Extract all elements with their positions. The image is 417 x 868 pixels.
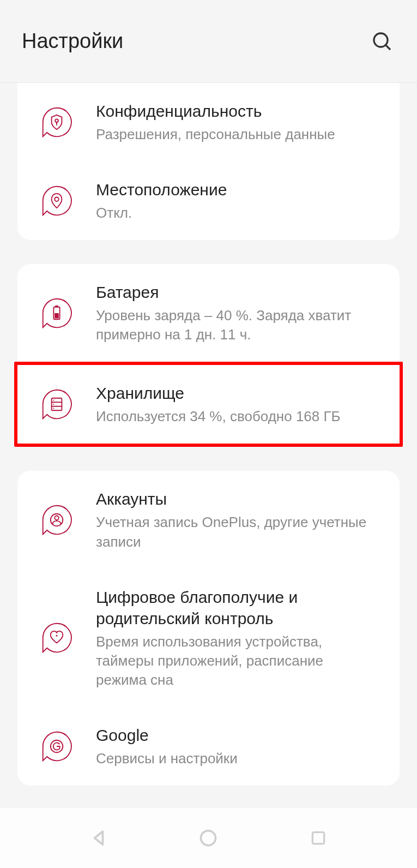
highlight-box: Хранилище Используется 34 %, свободно 16… xyxy=(14,362,403,447)
settings-item-wellbeing[interactable]: Цифровое благополучие и родительский кон… xyxy=(17,569,400,707)
item-text: Хранилище Используется 34 %, свободно 16… xyxy=(96,382,378,426)
settings-item-google[interactable]: Google Сервисы и настройки xyxy=(17,707,400,786)
item-text: Местоположение Откл. xyxy=(96,179,378,223)
nav-back-button[interactable] xyxy=(83,823,114,853)
item-text: Цифровое благополучие и родительский кон… xyxy=(96,586,378,690)
item-text: Конфиденциальность Разрешения, персональ… xyxy=(96,100,378,144)
settings-item-privacy[interactable]: Конфиденциальность Разрешения, персональ… xyxy=(17,83,400,161)
location-pin-icon xyxy=(39,183,74,218)
storage-icon xyxy=(39,387,74,422)
item-title: Цифровое благополучие и родительский кон… xyxy=(96,586,378,629)
search-button[interactable] xyxy=(369,28,395,55)
settings-group: Конфиденциальность Разрешения, персональ… xyxy=(17,83,400,240)
settings-content: Конфиденциальность Разрешения, персональ… xyxy=(0,83,417,786)
item-title: Аккаунты xyxy=(96,488,378,510)
svg-line-1 xyxy=(386,45,390,49)
google-g-icon xyxy=(39,729,74,764)
heart-icon xyxy=(39,620,74,655)
square-recent-icon xyxy=(310,829,327,847)
item-title: Местоположение xyxy=(96,179,378,200)
svg-point-15 xyxy=(55,516,59,520)
page-title: Настройки xyxy=(22,29,123,53)
svg-point-12 xyxy=(53,404,54,405)
item-text: Аккаунты Учетная запись OnePlus, другие … xyxy=(96,488,378,551)
item-text: Батарея Уровень заряда – 40 %. Заряда хв… xyxy=(96,282,378,344)
svg-point-2 xyxy=(55,119,58,122)
settings-group: Аккаунты Учетная запись OnePlus, другие … xyxy=(17,471,400,786)
svg-rect-19 xyxy=(312,832,324,843)
svg-point-4 xyxy=(55,197,59,202)
nav-recent-button[interactable] xyxy=(303,823,334,853)
item-title: Батарея xyxy=(96,282,378,303)
item-text: Google Сервисы и настройки xyxy=(96,725,378,768)
settings-item-location[interactable]: Местоположение Откл. xyxy=(17,161,400,240)
settings-item-storage[interactable]: Хранилище Используется 34 %, свободно 16… xyxy=(17,365,400,444)
settings-item-battery[interactable]: Батарея Уровень заряда – 40 %. Заряда хв… xyxy=(17,264,400,362)
shield-key-icon xyxy=(39,105,74,140)
item-subtitle: Используется 34 %, свободно 168 ГБ xyxy=(96,407,378,426)
svg-point-18 xyxy=(201,831,216,846)
svg-point-11 xyxy=(53,400,54,401)
nav-home-button[interactable] xyxy=(193,823,223,853)
svg-rect-7 xyxy=(55,313,59,318)
item-subtitle: Сервисы и настройки xyxy=(96,749,378,768)
search-icon xyxy=(371,31,393,52)
item-subtitle: Уровень заряда – 40 %. Заряда хватит при… xyxy=(96,306,378,344)
svg-rect-6 xyxy=(55,306,58,307)
settings-group: Батарея Уровень заряда – 40 %. Заряда хв… xyxy=(17,264,400,447)
settings-item-accounts[interactable]: Аккаунты Учетная запись OnePlus, другие … xyxy=(17,471,400,568)
svg-point-13 xyxy=(53,408,54,409)
item-subtitle: Откл. xyxy=(96,203,378,223)
svg-point-0 xyxy=(374,33,388,47)
navigation-bar xyxy=(0,808,417,868)
svg-point-16 xyxy=(56,635,58,637)
item-subtitle: Учетная запись OnePlus, другие учетные з… xyxy=(96,513,378,551)
item-subtitle: Разрешения, персональные данные xyxy=(96,125,378,144)
account-icon xyxy=(39,502,74,537)
battery-icon xyxy=(39,296,74,331)
item-title: Google xyxy=(96,725,378,746)
circle-home-icon xyxy=(198,828,218,848)
item-subtitle: Время использования устройства, таймеры … xyxy=(96,632,378,690)
item-title: Конфиденциальность xyxy=(96,100,378,122)
item-title: Хранилище xyxy=(96,382,378,404)
header: Настройки xyxy=(0,0,417,83)
triangle-back-icon xyxy=(89,828,108,848)
